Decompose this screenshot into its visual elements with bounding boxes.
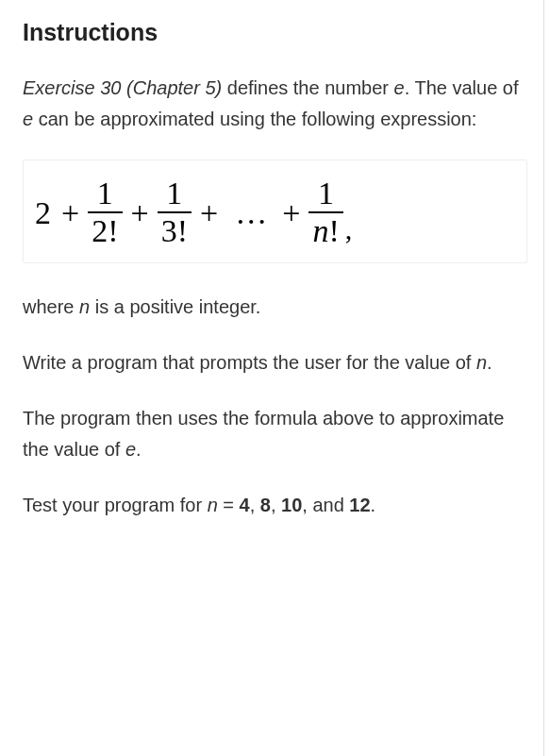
fraction-numerator: 1 — [162, 177, 186, 210]
test-sep: , and — [302, 495, 349, 515]
variable-n: n — [79, 296, 90, 317]
fraction-denominator: n! — [308, 215, 342, 249]
fraction-term: 1 2! — [88, 177, 122, 249]
intro-text-3: can be approximated using the following … — [33, 109, 476, 129]
test-sep: , — [250, 495, 260, 515]
fraction-term: 1 n! — [308, 177, 342, 249]
formula-trailing-comma: , — [345, 213, 353, 245]
test-text-eq: = — [218, 495, 240, 515]
plus-operator: + — [200, 195, 218, 231]
exercise-reference: Exercise 30 (Chapter 5) — [23, 77, 222, 98]
plus-operator: + — [131, 195, 149, 231]
fraction-numerator: 1 — [93, 177, 117, 210]
where-text-b: is a positive integer. — [90, 296, 260, 317]
test-value: 12 — [349, 495, 370, 515]
intro-text-2: . The value of — [405, 77, 519, 98]
variable-n: n — [476, 352, 487, 373]
plus-operator: + — [282, 195, 300, 231]
uses-text-b: . — [136, 439, 142, 460]
test-end: . — [371, 495, 376, 515]
test-value: 4 — [240, 495, 250, 515]
formula-box: 2 + 1 2! + 1 3! + … + 1 n! , — [23, 160, 527, 263]
test-value: 10 — [281, 495, 302, 515]
fraction-term: 1 3! — [158, 177, 192, 249]
fraction-denominator: 2! — [88, 215, 122, 249]
variable-n: n — [312, 213, 328, 248]
variable-e: e — [125, 439, 136, 460]
intro-text-1: defines the number — [222, 77, 393, 98]
write-text-a: Write a program that prompts the user fo… — [23, 352, 476, 373]
fraction-denominator: 3! — [158, 215, 192, 249]
test-paragraph: Test your program for n = 4, 8, 10, and … — [23, 490, 527, 521]
where-text-a: where — [23, 296, 79, 317]
where-paragraph: where n is a positive integer. — [23, 292, 527, 323]
ellipsis: … — [235, 195, 265, 231]
variable-n: n — [208, 495, 218, 515]
test-text-a: Test your program for — [23, 495, 208, 515]
uses-paragraph: The program then uses the formula above … — [23, 403, 527, 465]
uses-text-a: The program then uses the formula above … — [23, 408, 504, 460]
fraction-numerator: 1 — [314, 177, 338, 210]
plus-operator: + — [61, 195, 79, 231]
test-value: 8 — [260, 495, 271, 515]
write-paragraph: Write a program that prompts the user fo… — [23, 347, 527, 378]
page-title: Instructions — [23, 19, 527, 46]
variable-e: e — [394, 77, 405, 98]
formula-leading-term: 2 — [35, 195, 51, 231]
factorial-symbol: ! — [328, 213, 339, 248]
test-sep: , — [271, 495, 281, 515]
intro-paragraph: Exercise 30 (Chapter 5) defines the numb… — [23, 73, 527, 135]
variable-e: e — [23, 109, 33, 129]
write-text-b: . — [487, 352, 492, 373]
